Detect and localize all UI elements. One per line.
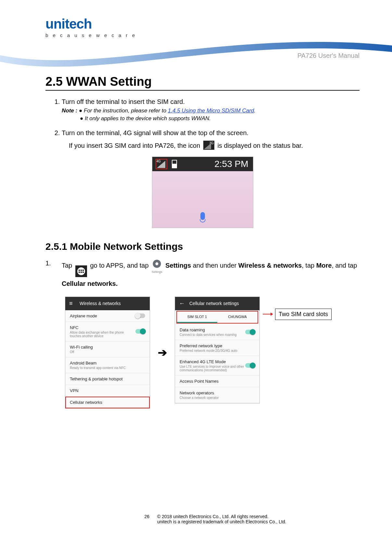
statusbar-screenshot: 4G 2:53 PM [152,157,253,228]
row-network-operators[interactable]: Network operators Choose a network opera… [175,387,259,403]
tab-sim-slot-1[interactable]: SIM SLOT 1 [177,312,217,323]
row-apn-title: Access Point Names [180,379,255,384]
step-2-line2a: If you insert 3G SIM card into PA726, th… [69,142,202,149]
row-airplane-title: Airplane mode [70,313,97,318]
s1-i: Cellular networks. [62,280,118,287]
copyright-line-2: unitech is a registered trademark of uni… [157,519,360,524]
copyright-line-1: © 2018 unitech Electronics Co., Ltd. All… [157,514,360,519]
s1-f: , tap [302,262,316,269]
step-2: Turn on the terminal, 4G signal will sho… [62,128,360,150]
step-2-line2: If you insert 3G SIM card into PA726, th… [69,141,360,150]
arrow-right-icon: ➔ [158,346,167,359]
row-tethering-title: Tethering & portable hotspot [70,376,145,381]
s1-b: go to APPS, and tap [90,262,150,269]
sim-slot-tabs: SIM SLOT 1 CHUNGWA [177,312,258,323]
signal-4g-icon: 4G [156,159,167,169]
step-2-line2b: is displayed on the status bar. [217,142,303,149]
row-nfc[interactable]: NFC Allow data exchange when the phone t… [65,322,150,341]
brand-text-a: unitech [45,16,92,32]
row-wifi-calling-title: Wi-Fi calling [70,345,145,350]
row-ops-sub: Choose a network operator [180,396,255,400]
substep-1-number: 1. [45,259,55,290]
note-bullet-1: ● [79,108,82,114]
cs-appbar-title: Cellular network settings [189,301,239,306]
row-roaming-sub: Connect to data services when roaming [180,333,237,337]
step-2-text: Turn on the terminal, 4G signal will sho… [62,129,248,136]
row-lte-sub: Use LTE services to improve voice and ot… [180,365,245,372]
row-apn[interactable]: Access Point Names [175,376,259,387]
row-lte-title: Enhanced 4G LTE Mode [180,359,245,364]
page-number: 26 [45,514,157,524]
substep-1: 1. Tap go to APPS, and tap Settings Sett… [45,259,360,290]
screenshots-row: ≡ Wireless & networks Airplane mode NFC … [65,297,360,409]
statusbar-clock: 2:53 PM [214,159,248,169]
row-android-beam[interactable]: Android Beam Ready to transmit app conte… [65,357,150,373]
document-title: PA726 User's Manual [297,52,360,59]
row-ops-title: Network operators [180,390,255,395]
row-beam-sub: Ready to transmit app content via NFC [70,366,145,370]
settings-gear-icon: Settings [152,259,162,275]
callout-arrow-icon [263,314,272,314]
battery-icon [172,160,177,168]
row-airplane-mode[interactable]: Airplane mode [65,310,150,322]
ws-appbar-title: Wireless & networks [80,301,121,306]
row-data-roaming[interactable]: Data roaming Connect to data services wh… [175,324,259,340]
row-cellular-title: Cellular networks [70,400,145,405]
subsection-heading-2-5-1: 2.5.1 Mobile Network Settings [45,241,360,252]
row-preferred-network[interactable]: Preferred network type Preferred network… [175,340,259,356]
section-steps: Turn off the terminal to insert the SIM … [45,97,360,150]
airplane-toggle[interactable] [135,313,145,318]
microphone-icon [199,212,206,223]
apps-drawer-icon [75,265,87,277]
xref-1-4-5[interactable]: 1.4.5 Using the Micro SD/SIM Card [168,108,254,114]
s1-g: More [316,262,332,269]
step-1: Turn off the terminal to insert the SIM … [62,97,360,122]
note-bullet-2: ● [80,115,83,121]
row-enhanced-lte[interactable]: Enhanced 4G LTE Mode Use LTE services to… [175,356,259,376]
row-roaming-title: Data roaming [180,327,237,332]
step-1-note: Note : ● For the instruction, please ref… [62,107,360,122]
row-tethering[interactable]: Tethering & portable hotspot [65,373,150,385]
note-label: Note : [62,108,77,114]
statusbar-top: 4G 2:53 PM [152,157,253,171]
page-footer: 26 © 2018 unitech Electronics Co., Ltd. … [45,514,360,524]
row-beam-title: Android Beam [70,361,145,365]
row-nfc-title: NFC [70,325,135,330]
wireless-networks-screenshot: ≡ Wireless & networks Airplane mode NFC … [65,297,150,409]
section-heading-2-5: 2.5 WWAN Setting [45,75,360,91]
page-header: unitech b e c a u s e w e c a r e PA726 … [45,13,360,55]
s1-a: Tap [62,262,74,269]
roaming-toggle[interactable] [245,330,255,334]
row-wifi-calling-sub: Off [70,350,145,354]
s1-h: , and tap [332,262,357,269]
cellular-settings-screenshot: ← Cellular network settings SIM SLOT 1 C… [175,297,260,403]
row-wifi-calling[interactable]: Wi-Fi calling Off [65,341,150,357]
s1-e: Wireless & networks [238,262,302,269]
lte-toggle[interactable] [245,363,255,368]
row-cellular-networks[interactable]: Cellular networks [65,397,150,408]
sim-slots-callout: Two SIM card slots [263,309,332,320]
menu-icon[interactable]: ≡ [69,300,75,307]
note-2: It only applies to the device which supp… [85,115,211,121]
signal-3g-icon [203,141,214,150]
row-vpn[interactable]: VPN [65,385,150,397]
row-pref-title: Preferred network type [180,343,255,348]
back-icon[interactable]: ← [179,300,185,307]
row-nfc-sub: Allow data exchange when the phone touch… [70,331,135,338]
row-vpn-title: VPN [70,388,145,393]
statusbar-body [152,171,253,228]
settings-icon-caption: Settings [152,269,162,275]
note-1a: For the instruction, please refer to [84,108,168,114]
step-1-text: Turn off the terminal to insert the SIM … [62,98,185,105]
row-pref-sub: Preferred network mode:2G/3G/4G auto [180,349,255,352]
note-1b: . [254,108,256,114]
brand-wordmark: unitech [45,16,136,32]
cs-appbar: ← Cellular network settings [175,297,259,310]
nfc-toggle[interactable] [135,329,145,334]
brand-logo: unitech b e c a u s e w e c a r e [45,16,136,38]
tab-sim-slot-2[interactable]: CHUNGWA [217,312,258,323]
s1-d: and then under [193,262,238,269]
ws-appbar: ≡ Wireless & networks [65,297,150,310]
s1-c: Settings [165,262,191,269]
callout-text: Two SIM card slots [275,309,332,320]
